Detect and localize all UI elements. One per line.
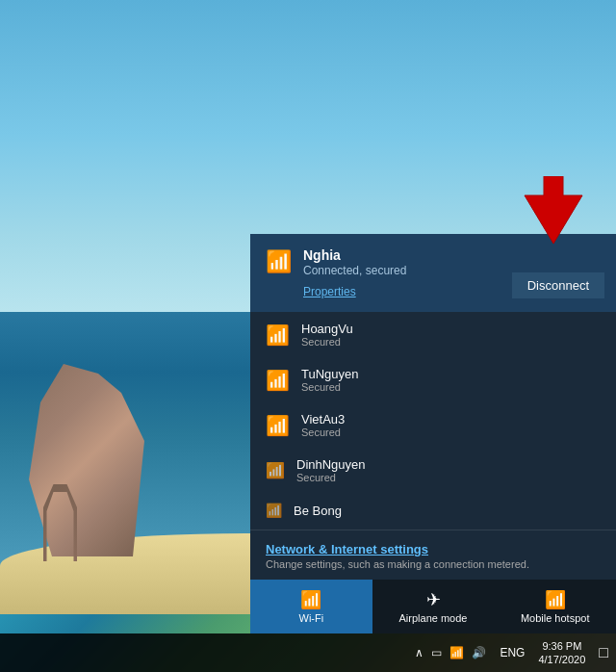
wifi-signal-icon: 📶 [266, 503, 282, 518]
wifi-signal-icon: 📶 [266, 414, 290, 437]
network-details: DinhNguyen Secured [296, 457, 366, 483]
wifi-quick-icon: 📶 [300, 589, 321, 610]
taskbar-date: 4/17/2020 [538, 653, 585, 666]
network-security: Secured [301, 381, 359, 393]
quick-settings-bar: 📶 Wi-Fi ✈ Airplane mode 📶 Mobile hotspot [250, 580, 616, 633]
network-details: VietAu3 Secured [301, 412, 345, 438]
network-name: HoangVu [301, 322, 353, 336]
list-item[interactable]: 📶 VietAu3 Secured [250, 402, 616, 448]
network-details: HoangVu Secured [301, 322, 353, 348]
active-wifi-icon: 📶 [266, 249, 292, 274]
disconnect-button[interactable]: Disconnect [512, 272, 604, 298]
network-security: Secured [301, 426, 345, 438]
taskbar-language[interactable]: ENG [496, 646, 528, 659]
taskbar-notification-icon[interactable]: □ [595, 644, 612, 661]
list-item[interactable]: 📶 DinhNguyen Secured [250, 448, 616, 493]
other-networks-list: 📶 HoangVu Secured 📶 TuNguyen Secured 📶 V… [250, 312, 616, 528]
taskbar-volume-icon[interactable]: 🔊 [472, 646, 486, 659]
wifi-quick-label: Wi-Fi [299, 612, 324, 624]
taskbar: ∧ ▭ 📶 🔊 ENG 9:36 PM 4/17/2020 □ [0, 633, 616, 672]
network-details: TuNguyen Secured [301, 367, 359, 393]
network-security: Secured [301, 336, 353, 348]
taskbar-right-area: ∧ ▭ 📶 🔊 ENG 9:36 PM 4/17/2020 □ [407, 633, 616, 672]
hotspot-quick-icon: 📶 [545, 589, 566, 610]
wifi-signal-icon: 📶 [266, 323, 290, 347]
list-item[interactable]: 📶 TuNguyen Secured [250, 357, 616, 402]
hotspot-quick-label: Mobile hotspot [521, 612, 590, 624]
network-name: Be Bong [294, 504, 342, 518]
wifi-signal-icon: 📶 [266, 369, 290, 392]
wifi-panel: 📶 Nghia Connected, secured Properties Di… [250, 234, 616, 633]
wifi-quick-button[interactable]: 📶 Wi-Fi [250, 580, 372, 633]
taskbar-battery-icon[interactable]: ▭ [431, 646, 442, 659]
network-settings-section: Network & Internet settings Change setti… [250, 530, 616, 580]
active-network-section: 📶 Nghia Connected, secured Properties Di… [250, 234, 616, 312]
network-security: Secured [296, 472, 366, 483]
network-settings-link[interactable]: Network & Internet settings [266, 542, 601, 556]
taskbar-overflow-icon[interactable]: ∧ [415, 646, 424, 659]
airplane-quick-button[interactable]: ✈ Airplane mode [372, 580, 495, 633]
network-settings-description: Change settings, such as making a connec… [266, 558, 601, 570]
network-name: VietAu3 [301, 412, 345, 426]
network-name: TuNguyen [301, 367, 359, 381]
active-network-name: Nghia [303, 247, 601, 263]
airplane-quick-icon: ✈ [426, 589, 441, 610]
taskbar-wifi-icon[interactable]: 📶 [449, 646, 464, 659]
taskbar-system-icons: ∧ ▭ 📶 🔊 [407, 646, 494, 659]
airplane-quick-label: Airplane mode [399, 612, 468, 624]
network-details: Be Bong [294, 504, 342, 518]
network-name: DinhNguyen [296, 457, 366, 472]
hotspot-quick-button[interactable]: 📶 Mobile hotspot [494, 580, 616, 633]
taskbar-time: 9:36 PM [542, 639, 581, 653]
wifi-signal-icon: 📶 [266, 461, 285, 479]
list-item[interactable]: 📶 Be Bong [250, 493, 616, 528]
list-item[interactable]: 📶 HoangVu Secured [250, 312, 616, 357]
taskbar-clock[interactable]: 9:36 PM 4/17/2020 [530, 639, 593, 667]
